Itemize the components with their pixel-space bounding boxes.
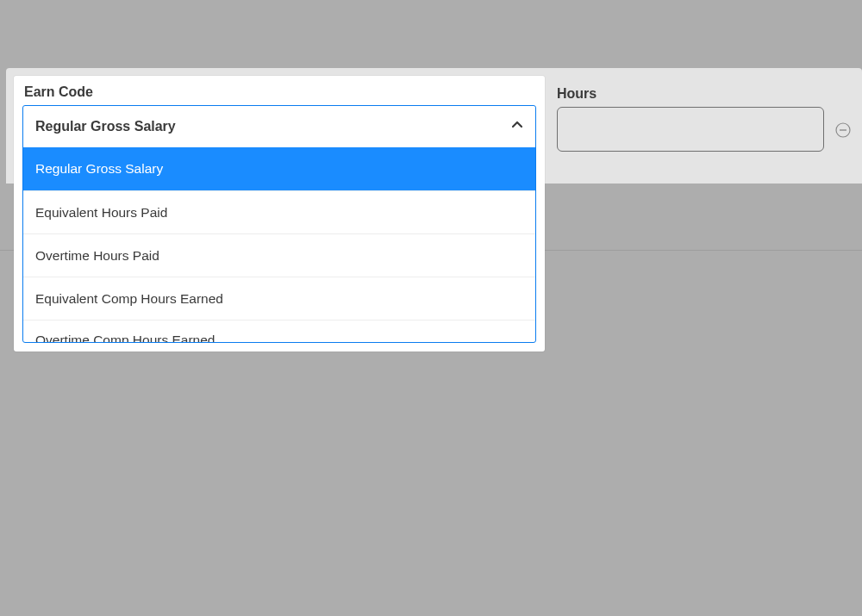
remove-row-button[interactable]: [834, 121, 852, 139]
earn-code-selected-value: Regular Gross Salary: [35, 119, 176, 134]
earn-code-options-list: Regular Gross Salary Equivalent Hours Pa…: [23, 147, 535, 342]
earn-code-option[interactable]: Equivalent Hours Paid: [23, 190, 535, 233]
hours-label: Hours: [557, 86, 824, 102]
earn-code-option[interactable]: Overtime Hours Paid: [23, 233, 535, 277]
earn-code-label-overlay: Earn Code: [22, 84, 536, 100]
hours-input[interactable]: [557, 107, 824, 152]
minus-circle-icon: [835, 122, 851, 138]
earn-code-select-header[interactable]: Regular Gross Salary: [23, 106, 535, 147]
hours-column: Hours: [557, 86, 824, 152]
earn-code-option[interactable]: Overtime Comp Hours Earned: [23, 320, 535, 342]
earn-code-dropdown-card: Earn Code Regular Gross Salary Regular G…: [14, 76, 545, 352]
earn-code-option[interactable]: Regular Gross Salary: [23, 147, 535, 190]
earn-code-option[interactable]: Equivalent Comp Hours Earned: [23, 277, 535, 320]
chevron-up-icon: [511, 119, 523, 134]
earn-code-select[interactable]: Regular Gross Salary Regular Gross Salar…: [22, 105, 536, 343]
